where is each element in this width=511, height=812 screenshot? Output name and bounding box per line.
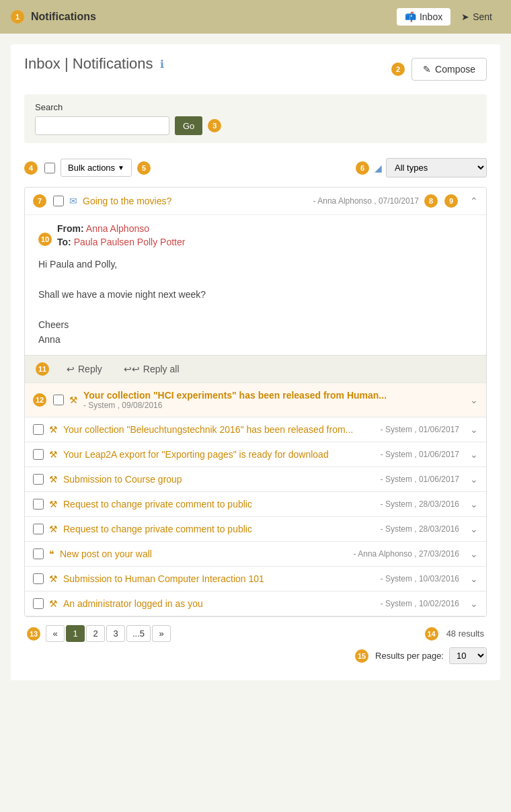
message-meta-6: - System , 28/03/2016: [381, 499, 459, 509]
message-checkbox-10[interactable]: [33, 598, 44, 609]
expand-icon-4[interactable]: ⌄: [470, 449, 478, 460]
badge-15: 15: [355, 649, 368, 663]
message-checkbox-9[interactable]: [33, 573, 44, 584]
badge-4: 4: [24, 161, 38, 175]
message-header-4[interactable]: ⚒ Your Leap2A export for "Exporting page…: [25, 442, 486, 466]
message-item-7: ⚒ Request to change private comment to p…: [25, 517, 486, 542]
page-next-button[interactable]: »: [152, 625, 171, 642]
sent-label: Sent: [473, 11, 492, 22]
expand-icon-6[interactable]: ⌄: [470, 499, 478, 510]
badge-2: 2: [391, 63, 405, 76]
message-checkbox-7[interactable]: [33, 524, 44, 534]
search-input[interactable]: [35, 116, 169, 135]
message-subject-2: Your collection "HCI experiments" has be…: [83, 390, 459, 401]
pagination: « 1 2 3 ...5 »: [46, 625, 171, 642]
message-item-8: ❝ New post on your wall - Anna Alphonso …: [25, 542, 486, 567]
compose-button[interactable]: ✎ Compose: [411, 58, 487, 81]
message-header-5[interactable]: ⚒ Submission to Course group - System , …: [25, 467, 486, 491]
sent-icon: ➤: [461, 11, 469, 22]
from-line: From: Anna Alphonso: [57, 223, 185, 234]
info-icon[interactable]: ℹ: [160, 58, 164, 71]
type-filter-select[interactable]: All types: [386, 158, 487, 177]
pagination-bar: 13 « 1 2 3 ...5 » 14 48 results: [24, 617, 487, 645]
message-checkbox-2[interactable]: [53, 395, 64, 405]
system-icon-5: ⚒: [49, 474, 58, 485]
message-meta-5: - System , 01/06/2017: [381, 475, 459, 484]
message-header-2[interactable]: 12 ⚒ Your collection "HCI experiments" h…: [25, 383, 486, 417]
message-checkbox-5[interactable]: [33, 474, 44, 485]
message-meta-8: - Anna Alphonso , 27/03/2016: [354, 549, 459, 559]
page-prev-button[interactable]: «: [46, 625, 65, 642]
expand-icon-9[interactable]: ⌄: [470, 573, 478, 584]
page-3-button[interactable]: 3: [106, 625, 125, 642]
system-icon-6: ⚒: [49, 499, 58, 510]
quote-icon-8: ❝: [49, 549, 54, 559]
message-subject-5: Submission to Course group: [63, 474, 375, 485]
toolbar: 4 Bulk actions ▼ 5 6 ◢ All types: [24, 154, 487, 181]
header-tabs: 📫 Inbox ➤ Sent: [397, 8, 500, 26]
message-subject-6: Request to change private comment to pub…: [63, 499, 375, 510]
reply-icon: ↩: [67, 364, 75, 374]
reply-all-button[interactable]: ↩↩ Reply all: [118, 361, 185, 377]
search-row: Go 3: [35, 116, 476, 135]
badge-10: 10: [38, 233, 52, 246]
page-2-button[interactable]: 2: [86, 625, 105, 642]
badge-13: 13: [27, 627, 40, 641]
message-subject-3: Your collection "Beleuchtungstechnik 201…: [63, 424, 375, 435]
message-header-7[interactable]: ⚒ Request to change private comment to p…: [25, 517, 486, 541]
reply-button[interactable]: ↩ Reply: [61, 361, 108, 377]
message-item-6: ⚒ Request to change private comment to p…: [25, 492, 486, 517]
message-header-10[interactable]: ⚒ An administrator logged in as you - Sy…: [25, 592, 486, 616]
sent-tab[interactable]: ➤ Sent: [453, 8, 500, 26]
expand-icon-3[interactable]: ⌄: [470, 424, 478, 435]
system-icon-2: ⚒: [69, 395, 78, 405]
message-header-8[interactable]: ❝ New post on your wall - Anna Alphonso …: [25, 542, 486, 566]
reply-label: Reply: [78, 364, 102, 374]
go-button[interactable]: Go: [175, 116, 202, 135]
message-checkbox-1[interactable]: [53, 196, 64, 206]
inbox-tab[interactable]: 📫 Inbox: [397, 8, 450, 26]
message-checkbox-3[interactable]: [33, 424, 44, 435]
message-item-5: ⚒ Submission to Course group - System , …: [25, 467, 486, 492]
message-meta-7: - System , 28/03/2016: [381, 524, 459, 534]
expand-icon-2[interactable]: ⌄: [470, 395, 478, 405]
page-title-area: Inbox | Notifications ℹ: [24, 55, 164, 73]
per-page-select[interactable]: 10 20 50 100: [449, 647, 487, 664]
message-header-9[interactable]: ⚒ Submission to Human Computer Interacti…: [25, 567, 486, 591]
message-checkbox-8[interactable]: [33, 549, 44, 559]
dropdown-arrow-icon: ▼: [118, 164, 124, 171]
bulk-actions-button[interactable]: Bulk actions ▼: [61, 159, 132, 177]
per-page-label: Results per page:: [375, 651, 444, 661]
email-icon-1: ✉: [69, 196, 77, 206]
message-meta-1: - Anna Alphonso , 07/10/2017: [313, 196, 419, 206]
results-count: 48 results: [446, 628, 484, 639]
badge-9: 9: [444, 194, 458, 208]
message-header-6[interactable]: ⚒ Request to change private comment to p…: [25, 492, 486, 516]
expand-icon-7[interactable]: ⌄: [470, 524, 478, 534]
message-header-1[interactable]: 7 ✉ Going to the movies? - Anna Alphonso…: [25, 188, 486, 214]
reply-all-icon: ↩↩: [124, 364, 140, 374]
system-icon-9: ⚒: [49, 573, 58, 584]
compose-icon: ✎: [423, 64, 431, 75]
message-header-3[interactable]: ⚒ Your collection "Beleuchtungstechnik 2…: [25, 417, 486, 442]
message-item-10: ⚒ An administrator logged in as you - Sy…: [25, 592, 486, 616]
message-meta-10: - System , 10/02/2016: [381, 599, 459, 608]
expand-icon-8[interactable]: ⌄: [470, 549, 478, 559]
expand-icon-5[interactable]: ⌄: [470, 474, 478, 485]
message-checkbox-4[interactable]: [33, 449, 44, 460]
badge-6: 6: [356, 161, 369, 175]
inbox-label: Inbox: [420, 11, 442, 22]
expand-icon-10[interactable]: ⌄: [470, 598, 478, 609]
message-item-9: ⚒ Submission to Human Computer Interacti…: [25, 567, 486, 592]
message-content-1: Hi Paula and Polly, Shall we have a movi…: [38, 257, 473, 347]
message-subject-4: Your Leap2A export for "Exporting pages"…: [63, 449, 375, 460]
select-all-checkbox[interactable]: [44, 163, 55, 173]
page-1-button[interactable]: 1: [66, 625, 85, 642]
search-label: Search: [35, 102, 476, 112]
inbox-icon: 📫: [405, 11, 416, 22]
header-title: Notifications: [31, 11, 96, 23]
collapse-icon-1[interactable]: ⌃: [470, 196, 478, 206]
page-ellipsis-button[interactable]: ...5: [126, 625, 151, 642]
message-item-4: ⚒ Your Leap2A export for "Exporting page…: [25, 442, 486, 467]
message-checkbox-6[interactable]: [33, 499, 44, 510]
